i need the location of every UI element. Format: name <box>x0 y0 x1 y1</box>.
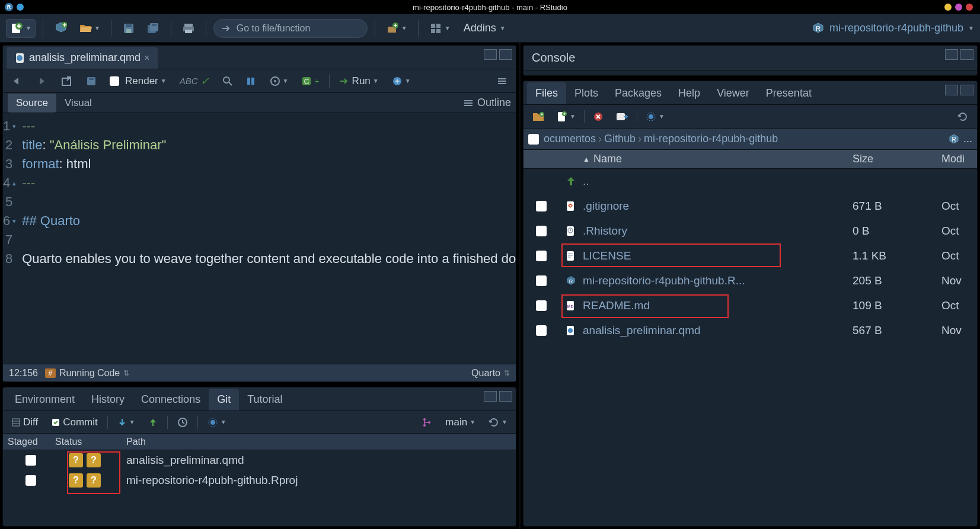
pull-button[interactable]: ▼ <box>114 415 139 429</box>
publish-button[interactable]: ▼ <box>388 73 414 89</box>
goto-file-input[interactable]: Go to file/function <box>213 19 368 38</box>
file-checkbox[interactable] <box>536 275 547 286</box>
render-button[interactable]: Render ▼ <box>106 73 170 89</box>
save-button[interactable] <box>119 19 139 38</box>
outline-button[interactable]: Outline <box>463 97 511 109</box>
dropdown-arrow-icon: ▼ <box>94 25 100 31</box>
col-status[interactable]: Status <box>55 437 114 447</box>
grid-button[interactable]: ▼ <box>426 19 454 38</box>
breadcrumb-item[interactable]: ocumentos <box>544 133 596 145</box>
files-more-button[interactable]: ▼ <box>642 109 668 124</box>
files-breadcrumb[interactable]: ocumentos › Github › mi-repositorio-r4pu… <box>523 129 977 150</box>
minimize-pane-icon[interactable] <box>945 85 958 95</box>
project-selector[interactable]: R mi-repositorio-r4pubh-github ▼ <box>812 22 974 35</box>
tab-packages[interactable]: Packages <box>606 82 670 104</box>
refresh-files-button[interactable] <box>953 108 972 125</box>
tab-viewer[interactable]: Viewer <box>708 82 758 104</box>
maximize-pane-icon[interactable] <box>960 49 973 60</box>
refresh-git-button[interactable]: ▼ <box>485 415 511 430</box>
col-name[interactable]: ▲Name <box>583 153 853 165</box>
tab-environment[interactable]: Environment <box>7 389 83 411</box>
git-more-button[interactable]: ▼ <box>204 415 230 430</box>
minimize-pane-icon[interactable] <box>945 49 958 60</box>
breadcrumb-item[interactable]: Github <box>604 133 636 145</box>
spellcheck-button[interactable]: ABC✓ <box>176 72 213 90</box>
tab-history[interactable]: History <box>83 389 133 411</box>
settings-button[interactable]: ▼ <box>266 73 292 89</box>
save-all-button[interactable] <box>143 19 164 38</box>
minimize-pane-icon[interactable] <box>484 391 497 402</box>
tab-git[interactable]: Git <box>209 389 239 411</box>
maximize-pane-icon[interactable] <box>960 85 973 95</box>
maximize-pane-icon[interactable] <box>499 391 512 402</box>
section-indicator[interactable]: # Running Code ⇅ <box>45 368 129 379</box>
file-row[interactable]: .Rhistory 0 B Oct <box>523 219 977 243</box>
file-row[interactable]: R mi-repositorio-r4pubh-github.R... 205 … <box>523 268 977 293</box>
insert-button[interactable] <box>242 74 260 88</box>
rproject-hex-icon[interactable]: R <box>948 133 960 145</box>
minimize-pane-icon[interactable] <box>484 49 497 60</box>
file-checkbox[interactable] <box>536 300 547 311</box>
more-button[interactable] <box>493 75 511 88</box>
tab-presentation[interactable]: Presentat <box>758 82 820 104</box>
file-checkbox[interactable] <box>536 226 547 236</box>
file-checkbox[interactable] <box>536 251 547 261</box>
filetype-indicator[interactable]: Quarto ⇅ <box>471 368 510 379</box>
file-row[interactable]: LICENSE 1.1 KB Oct <box>523 243 977 268</box>
run-button[interactable]: Run ▼ <box>336 73 382 89</box>
file-row[interactable]: .gitignore 671 B Oct <box>523 194 977 219</box>
tab-files[interactable]: Files <box>527 82 566 104</box>
file-checkbox[interactable] <box>536 325 547 336</box>
new-file-button[interactable]: ▼ <box>6 19 36 38</box>
col-modified[interactable]: Modi <box>941 153 977 165</box>
tools-button[interactable]: ▼ <box>382 19 411 38</box>
tab-connections[interactable]: Connections <box>133 389 209 411</box>
col-path[interactable]: Path <box>114 437 516 447</box>
file-row[interactable]: MD README.md 109 B Oct <box>523 293 977 318</box>
find-button[interactable] <box>219 73 237 89</box>
insert-chunk-button[interactable]: C+ <box>298 73 323 89</box>
tab-tutorial[interactable]: Tutorial <box>239 389 291 411</box>
print-button[interactable] <box>178 19 199 38</box>
code-editor[interactable]: 1▾ 2 3 4▴ 5 6▾ 7 8 --- title: "Análisis … <box>3 113 516 364</box>
file-row[interactable]: analisis_preliminar.qmd 567 B Nov <box>523 318 977 343</box>
diff-button[interactable]: Diff <box>8 414 42 431</box>
visual-mode-tab[interactable]: Visual <box>56 94 100 113</box>
select-all-checkbox[interactable] <box>528 134 539 145</box>
branch-selector[interactable]: main▼ <box>442 414 479 431</box>
new-project-button[interactable] <box>50 19 71 38</box>
nav-back-button[interactable] <box>8 74 27 88</box>
new-blank-file-button[interactable]: ▼ <box>553 108 579 125</box>
new-folder-button[interactable] <box>528 109 548 124</box>
stage-checkbox[interactable] <box>25 475 36 486</box>
branch-icon-button[interactable] <box>418 415 436 430</box>
file-up-dir[interactable]: .. <box>523 169 977 194</box>
rename-button[interactable] <box>612 110 632 124</box>
source-mode-tab[interactable]: Source <box>8 94 56 113</box>
commit-button[interactable]: Commit <box>47 414 101 431</box>
addins-button[interactable]: Addins ▼ <box>459 22 510 34</box>
push-button[interactable] <box>145 415 161 429</box>
delete-button[interactable] <box>589 109 607 124</box>
breadcrumb-item[interactable]: mi-repositorio-r4pubh-github <box>644 133 778 145</box>
window-minimize-icon[interactable] <box>944 4 952 11</box>
tab-plots[interactable]: Plots <box>566 82 606 104</box>
source-file-tab[interactable]: analisis_preliminar.qmd × <box>7 47 158 69</box>
col-staged[interactable]: Staged <box>3 437 55 447</box>
nav-forward-button[interactable] <box>33 74 52 88</box>
history-button[interactable] <box>174 415 191 430</box>
window-maximize-icon[interactable] <box>955 4 962 11</box>
git-row[interactable]: ?? analisis_preliminar.qmd <box>3 450 516 470</box>
tab-help[interactable]: Help <box>670 82 708 104</box>
git-row[interactable]: ?? mi-repositorio-r4pubh-github.Rproj <box>3 470 516 490</box>
col-size[interactable]: Size <box>853 153 941 165</box>
maximize-pane-icon[interactable] <box>499 49 512 60</box>
show-in-new-window-button[interactable] <box>58 73 76 89</box>
window-close-icon[interactable] <box>966 4 973 11</box>
save-doc-button[interactable] <box>82 73 100 89</box>
file-checkbox[interactable] <box>536 201 547 211</box>
stage-checkbox[interactable] <box>25 455 36 466</box>
close-tab-icon[interactable]: × <box>144 53 149 63</box>
titlebar-dot-icon <box>17 4 24 11</box>
open-file-button[interactable]: ▼ <box>75 19 104 38</box>
